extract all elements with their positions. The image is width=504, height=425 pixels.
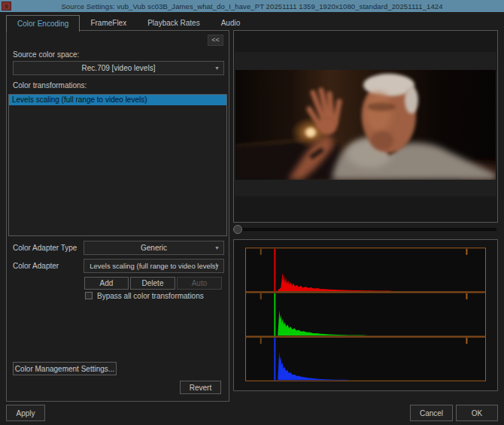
histogram-panel [233, 239, 498, 391]
add-button[interactable]: Add [84, 277, 129, 290]
preview-scrubber [233, 224, 498, 235]
chevron-down-icon: ▼ [214, 245, 220, 250]
hair-side [405, 87, 418, 114]
color-adapter-value: Levels scaling (full range to video leve… [90, 262, 218, 270]
color-management-settings-button[interactable]: Color Management Settings... [13, 362, 117, 375]
rgb-histogram [245, 247, 486, 381]
palm [317, 117, 337, 135]
video-frame [235, 70, 496, 180]
revert-button[interactable]: Revert [180, 381, 221, 394]
source-color-space-label: Source color space: [13, 50, 79, 59]
window-title: Source Settings: vub_Vub sc03B_James_wha… [61, 2, 442, 11]
color-adapter-select[interactable]: Levels scaling (full range to video leve… [83, 259, 224, 273]
color-adapter-type-value: Generic [141, 244, 167, 252]
scrubber-handle[interactable] [233, 225, 242, 234]
video-preview-panel [233, 30, 498, 223]
chin-shadow [371, 131, 393, 150]
delete-button[interactable]: Delete [130, 277, 175, 290]
tab-frameflex[interactable]: FrameFlex [80, 16, 137, 31]
tab-playback-rates[interactable]: Playback Rates [137, 16, 210, 31]
scrubber-track[interactable] [235, 228, 496, 231]
color-adapter-type-label: Color Adapter Type [13, 244, 77, 252]
auto-button: Auto [177, 277, 222, 290]
chevron-down-icon: ▼ [214, 263, 220, 269]
chevron-down-icon: ▼ [214, 65, 220, 71]
apply-button[interactable]: Apply [6, 405, 45, 421]
transformation-item-selected[interactable]: Levels scaling (full range to video leve… [9, 95, 226, 105]
candle-flame [306, 128, 315, 137]
tab-color-encoding[interactable]: Color Encoding [6, 15, 80, 32]
source-color-space-select[interactable]: Rec.709 [video levels] ▼ [13, 61, 224, 75]
close-icon[interactable]: x [2, 2, 11, 11]
tab-bar: Color Encoding FrameFlex Playback Rates … [6, 14, 250, 31]
color-transformations-label: Color transformations: [13, 81, 87, 90]
bypass-color-transformations-checkbox[interactable] [85, 292, 93, 299]
ok-button[interactable]: OK [456, 405, 498, 421]
color-encoding-panel: << Source color space: Rec.709 [video le… [6, 30, 229, 402]
color-adapter-type-select[interactable]: Generic ▼ [83, 241, 224, 255]
brow-shadow [367, 103, 396, 111]
titlebar: Source Settings: vub_Vub sc03B_James_wha… [0, 0, 504, 12]
color-transformations-list[interactable]: Levels scaling (full range to video leve… [8, 94, 227, 236]
color-adapter-label: Color Adapter [13, 262, 59, 270]
cancel-button[interactable]: Cancel [410, 405, 453, 421]
tab-audio[interactable]: Audio [211, 16, 251, 31]
collapse-panel-button[interactable]: << [208, 35, 223, 46]
bypass-color-transformations-label: Bypass all color transformations [97, 292, 204, 300]
source-color-space-value: Rec.709 [video levels] [82, 64, 156, 72]
face-highlight [365, 93, 392, 132]
